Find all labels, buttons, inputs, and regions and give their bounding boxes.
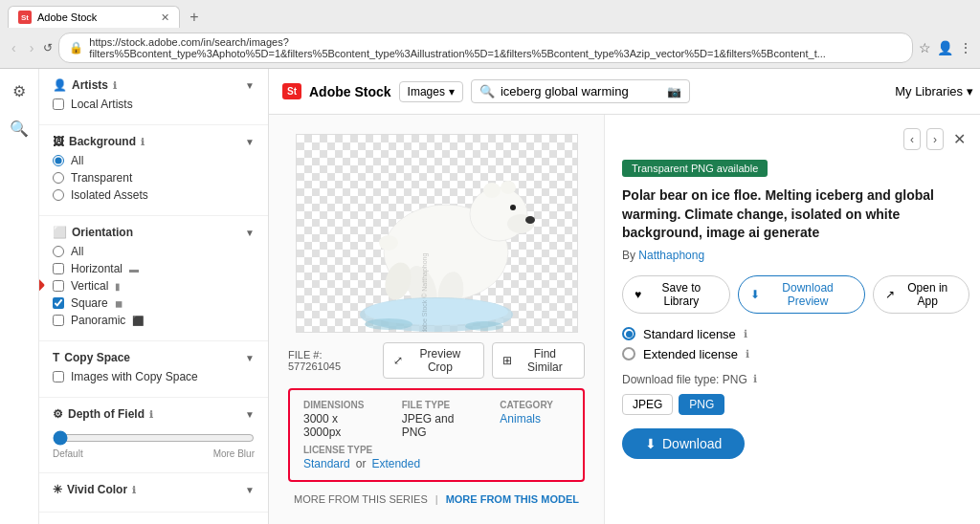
copy-space-checkbox[interactable] bbox=[53, 371, 64, 382]
standard-license-link[interactable]: Standard bbox=[303, 457, 350, 470]
copy-space-section-title: T Copy Space bbox=[53, 351, 130, 364]
background-section-header[interactable]: 🖼 Background ℹ ▼ bbox=[53, 135, 255, 148]
depth-info-icon[interactable]: ℹ bbox=[149, 409, 153, 420]
copy-space-option: Images with Copy Space bbox=[53, 370, 255, 383]
next-image-button[interactable]: › bbox=[926, 128, 944, 150]
orientation-all-label[interactable]: All bbox=[71, 245, 83, 258]
svg-point-3 bbox=[525, 216, 535, 224]
filter-tool-button[interactable]: ⚙ bbox=[9, 78, 30, 104]
refresh-button[interactable]: ↺ bbox=[43, 41, 53, 55]
orientation-horizontal-checkbox[interactable] bbox=[53, 263, 64, 274]
standard-license-radio[interactable] bbox=[622, 327, 635, 340]
standard-license-info-icon[interactable]: ℹ bbox=[744, 328, 747, 340]
download-prev-icon: ⬇ bbox=[750, 288, 760, 301]
author-link[interactable]: Natthaphong bbox=[638, 249, 704, 262]
open-in-app-button[interactable]: ↗ Open in App bbox=[873, 275, 969, 314]
png-available-badge: Transparent PNG available bbox=[622, 160, 768, 177]
copy-space-section: T Copy Space ▼ Images with Copy Space bbox=[39, 341, 268, 398]
visual-search-button[interactable]: 📷 bbox=[667, 85, 681, 98]
file-number: FILE #: 577261045 bbox=[288, 349, 375, 372]
background-isolated-label[interactable]: Isolated Assets bbox=[71, 188, 148, 202]
local-artists-checkbox[interactable] bbox=[53, 98, 64, 110]
download-preview-button[interactable]: ⬇ Download Preview bbox=[738, 275, 865, 314]
depth-slider-container: Default More Blur bbox=[53, 426, 255, 463]
stock-header: St Adobe Stock Images ▾ 🔍 📷 My Libraries… bbox=[269, 69, 980, 115]
standard-license-option[interactable]: Standard license ℹ bbox=[622, 327, 969, 341]
background-all-radio[interactable] bbox=[53, 155, 64, 166]
background-all-label[interactable]: All bbox=[71, 154, 83, 167]
category-item: CATEGORY Animals bbox=[500, 400, 569, 439]
left-tools: ⚙ 🔍 bbox=[0, 69, 39, 524]
address-bar[interactable]: 🔒 https://stock.adobe.com/in/search/imag… bbox=[58, 33, 913, 63]
menu-button[interactable]: ⋮ bbox=[959, 40, 972, 55]
forward-button[interactable]: › bbox=[26, 38, 38, 57]
copy-space-icon: T bbox=[53, 351, 59, 364]
orientation-section-header[interactable]: ⬜ Orientation ▼ bbox=[53, 226, 255, 239]
more-from-model-link[interactable]: MORE FROM THIS MODEL bbox=[446, 493, 579, 505]
orientation-square-label[interactable]: Square bbox=[71, 296, 108, 310]
new-tab-button[interactable]: + bbox=[184, 7, 205, 28]
bookmark-button[interactable]: ☆ bbox=[919, 40, 931, 55]
orientation-horizontal-label[interactable]: Horizontal bbox=[71, 262, 122, 275]
dimensions-item: DIMENSIONS 3000 x 3000px bbox=[303, 400, 373, 439]
sidebar: 👤 Artists ℹ ▼ Local Artists 🖼 Backgroun bbox=[39, 69, 269, 524]
artists-section-header[interactable]: 👤 Artists ℹ ▼ bbox=[53, 78, 255, 92]
my-libraries-button[interactable]: My Libraries ▾ bbox=[895, 84, 973, 98]
orientation-panoramic-checkbox[interactable] bbox=[53, 315, 64, 326]
file-type-info-icon[interactable]: ℹ bbox=[753, 373, 757, 385]
svg-point-10 bbox=[379, 235, 398, 251]
polar-bear-image: Adobe Stock © Natthaphong bbox=[312, 134, 561, 333]
artists-icon: 👤 bbox=[53, 78, 67, 92]
extended-license-info-icon[interactable]: ℹ bbox=[746, 348, 749, 360]
active-tab[interactable]: St Adobe Stock ✕ bbox=[8, 6, 180, 28]
extended-license-option[interactable]: Extended license ℹ bbox=[622, 347, 969, 361]
profile-button[interactable]: 👤 bbox=[937, 40, 953, 55]
orientation-panoramic-label[interactable]: Panoramic bbox=[71, 314, 125, 327]
square-icon: ◼ bbox=[115, 298, 122, 309]
background-info-icon[interactable]: ℹ bbox=[141, 137, 145, 147]
orientation-all-radio[interactable] bbox=[53, 246, 64, 257]
orientation-icon: ⬜ bbox=[53, 226, 67, 239]
download-icon: ⬇ bbox=[645, 436, 657, 451]
orientation-chevron-icon: ▼ bbox=[245, 228, 255, 238]
search-input[interactable] bbox=[501, 84, 661, 98]
preview-crop-button[interactable]: ⤢ Preview Crop bbox=[383, 342, 484, 379]
depth-slider[interactable] bbox=[53, 430, 255, 446]
find-similar-button[interactable]: ⊞ Find Similar bbox=[492, 342, 585, 379]
download-button[interactable]: ⬇ Download bbox=[622, 428, 745, 459]
dimensions-value: 3000 x 3000px bbox=[303, 412, 373, 439]
sidebar-scroll[interactable]: 👤 Artists ℹ ▼ Local Artists 🖼 Backgroun bbox=[39, 69, 268, 524]
images-dropdown-chevron-icon: ▾ bbox=[449, 85, 455, 98]
background-transparent-radio[interactable] bbox=[53, 172, 64, 184]
back-button[interactable]: ‹ bbox=[8, 38, 20, 57]
vivid-info-icon[interactable]: ℹ bbox=[132, 485, 136, 495]
extended-license-radio[interactable] bbox=[622, 347, 635, 360]
extended-license-link[interactable]: Extended bbox=[371, 457, 420, 470]
svg-point-4 bbox=[510, 205, 516, 210]
nav-bar: ‹ › ↺ 🔒 https://stock.adobe.com/in/searc… bbox=[0, 28, 980, 68]
search-tool-button[interactable]: 🔍 bbox=[6, 116, 33, 142]
prev-image-button[interactable]: ‹ bbox=[903, 128, 921, 150]
png-format-button[interactable]: PNG bbox=[679, 394, 724, 415]
tab-close-icon[interactable]: ✕ bbox=[161, 11, 169, 24]
category-value[interactable]: Animals bbox=[500, 412, 569, 426]
background-isolated-radio[interactable] bbox=[53, 189, 64, 201]
copy-space-label[interactable]: Images with Copy Space bbox=[71, 370, 198, 383]
orientation-vertical-label[interactable]: Vertical bbox=[71, 279, 108, 293]
images-dropdown-button[interactable]: Images ▾ bbox=[399, 81, 463, 102]
close-panel-button[interactable]: ✕ bbox=[949, 128, 969, 150]
background-transparent-label[interactable]: Transparent bbox=[71, 171, 132, 185]
copy-space-section-header[interactable]: T Copy Space ▼ bbox=[53, 351, 255, 364]
vivid-color-section-header[interactable]: ✳ Vivid Color ℹ ▼ bbox=[53, 483, 255, 496]
or-text: or bbox=[356, 457, 367, 470]
jpeg-format-button[interactable]: JPEG bbox=[622, 394, 673, 415]
orientation-vertical-checkbox[interactable] bbox=[53, 280, 64, 292]
depth-of-field-section-header[interactable]: ⚙ Depth of Field ℹ ▼ bbox=[53, 407, 255, 421]
local-artists-label[interactable]: Local Artists bbox=[71, 98, 133, 111]
save-to-library-button[interactable]: ♥ Save to Library bbox=[622, 275, 730, 314]
artists-info-icon[interactable]: ℹ bbox=[113, 80, 117, 91]
orientation-square-checkbox[interactable] bbox=[53, 297, 64, 309]
by-text: By bbox=[622, 249, 635, 262]
search-bar[interactable]: 🔍 📷 bbox=[471, 79, 690, 103]
file-type-value: JPEG and PNG bbox=[402, 412, 472, 439]
